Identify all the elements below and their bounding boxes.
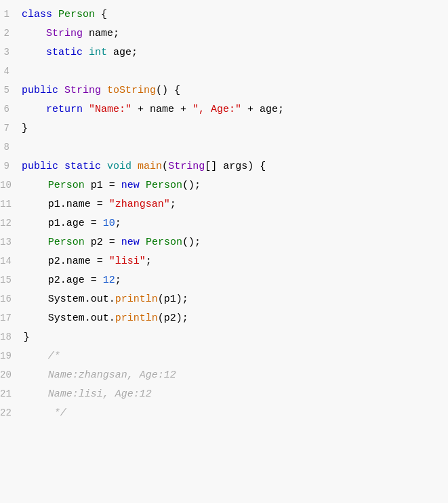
code-line: 5public String toString() { [0,83,448,102]
syntax-token: String [64,85,101,96]
line-content: public static void main(String[] args) { [22,159,441,175]
syntax-token: Name:zhangsan, Age:12 [48,369,176,381]
line-number: 21 [0,386,24,401]
syntax-token: ", Age:" [192,104,241,115]
code-line: 7} [0,121,448,140]
line-content: Person p2 = new Person(); [24,235,441,251]
code-line: 1class Person { [0,7,448,26]
line-content: String name; [22,26,441,42]
line-number: 8 [0,140,22,155]
line-content: class Person { [22,7,441,23]
code-line: 17 System.out.println(p2); [0,310,448,329]
syntax-token: "Name:" [89,104,131,115]
syntax-token: String [46,28,83,39]
line-number: 9 [0,159,22,174]
line-content: Name:lisi, Age:12 [24,386,441,403]
syntax-token: */ [54,407,66,419]
line-number: 14 [0,254,24,268]
code-line: 9public static void main(String[] args) … [0,159,448,178]
line-content: public String toString() { [22,83,441,99]
line-content: return "Name:" + name + ", Age:" + age; [22,102,441,118]
syntax-token: Person [48,237,85,248]
line-number: 4 [0,64,22,79]
line-number: 3 [0,45,22,60]
line-content: /* [24,348,441,365]
code-line: 19 /* [0,348,448,367]
line-number: 19 [0,348,24,363]
code-line: 14 p2.name = "lisi"; [0,254,448,273]
line-number: 12 [0,216,24,230]
syntax-token: println [115,313,158,324]
code-line: 4 [0,64,448,83]
syntax-token: 10 [103,218,115,229]
line-content: p1.age = 10; [24,216,441,232]
code-line: 16 System.out.println(p1); [0,291,448,310]
code-line: 12 p1.age = 10; [0,216,448,235]
line-content: } [22,121,441,137]
syntax-token: new [121,180,140,191]
syntax-token: toString [107,85,156,96]
syntax-token: Person [146,237,182,248]
syntax-token: Person [58,9,95,20]
syntax-token: "lisi" [109,256,146,267]
line-number: 18 [0,329,24,344]
line-number: 17 [0,310,24,325]
line-number: 7 [0,121,22,136]
syntax-token: class [22,9,52,20]
code-line: 8 [0,140,448,159]
line-number: 15 [0,273,24,287]
code-line: 6 return "Name:" + name + ", Age:" + age… [0,102,448,121]
code-viewer: 1class Person {2 String name;3 static in… [0,0,448,503]
line-number: 13 [0,235,24,249]
line-content: p2.age = 12; [24,273,441,289]
line-content: p1.name = "zhangsan"; [24,197,441,213]
line-number: 2 [0,26,22,41]
line-number: 22 [0,405,24,420]
line-number: 20 [0,367,24,382]
line-number: 1 [0,7,22,22]
line-content: System.out.println(p1); [24,291,441,308]
syntax-token: new [121,237,140,248]
line-content [22,140,441,156]
syntax-token: public [22,161,58,172]
code-line: 13 Person p2 = new Person(); [0,235,448,254]
line-content: Person p1 = new Person(); [24,178,441,194]
line-content: */ [24,405,441,422]
line-number: 6 [0,102,22,117]
syntax-token: /* [48,350,60,362]
syntax-token: 12 [103,275,115,286]
syntax-token: Person [48,180,85,191]
syntax-token: public [22,85,58,96]
line-content: static int age; [22,45,441,61]
code-line: 20 Name:zhangsan, Age:12 [0,367,448,386]
code-line: 22 */ [0,405,448,424]
syntax-token: void [107,161,131,172]
line-number: 11 [0,197,24,212]
syntax-token: main [138,161,162,172]
line-content: } [24,329,441,346]
syntax-token: return [46,104,83,115]
syntax-token: "zhangsan" [109,199,170,210]
line-content: System.out.println(p2); [24,310,441,327]
line-content: p2.name = "lisi"; [24,254,441,270]
code-line: 11 p1.name = "zhangsan"; [0,197,448,216]
syntax-token: static [46,47,83,58]
line-content: Name:zhangsan, Age:12 [24,367,441,384]
line-number: 16 [0,291,24,306]
syntax-token: Person [146,180,182,191]
line-content [22,64,441,80]
code-line: 2 String name; [0,26,448,45]
syntax-token: Name:lisi, Age:12 [48,388,152,400]
syntax-token: static [64,161,101,172]
line-number: 5 [0,83,22,98]
syntax-token: println [115,294,158,305]
code-line: 21 Name:lisi, Age:12 [0,386,448,405]
line-number: 10 [0,178,24,193]
code-line: 15 p2.age = 12; [0,273,448,291]
code-line: 18} [0,329,448,348]
code-line: 10 Person p1 = new Person(); [0,178,448,197]
syntax-token: int [89,47,107,58]
syntax-token: String [168,161,205,172]
code-line: 3 static int age; [0,45,448,64]
